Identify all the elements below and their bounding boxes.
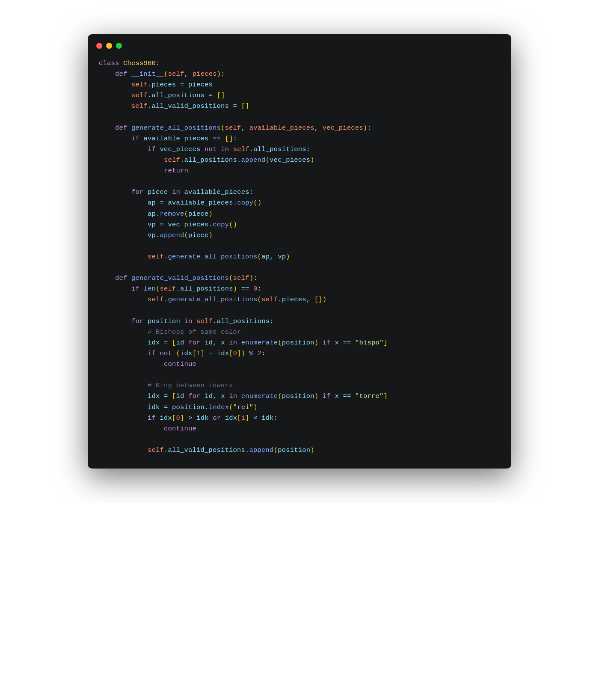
keyword-or: or	[213, 414, 221, 422]
local-vp: vp	[148, 221, 156, 228]
local-idk: idk	[148, 403, 160, 411]
method-init: __init__	[131, 70, 164, 78]
literal-bispo: "bispo"	[355, 339, 384, 347]
call-enumerate: enumerate	[241, 339, 278, 347]
class-name: Chess960	[123, 59, 156, 67]
keyword-for: for	[131, 188, 144, 196]
keyword-continue: continue	[164, 360, 196, 368]
code-window: class Chess960: def __init__(self, piece…	[88, 34, 511, 469]
literal-torre: "torre"	[355, 392, 384, 400]
call-copy: copy	[237, 199, 253, 207]
titlebar	[88, 34, 511, 49]
comment-bishops: # Bishops of same color	[148, 328, 241, 336]
literal-rei: "rei"	[233, 403, 254, 411]
param-pieces: pieces	[193, 70, 217, 78]
keyword-def: def	[115, 70, 128, 78]
local-idx: idx	[148, 339, 160, 347]
attr-all-positions: all_positions	[152, 92, 205, 99]
attr-pieces: pieces	[152, 81, 176, 89]
comment-king: # King between towers	[148, 382, 233, 389]
param-self: self	[168, 70, 184, 78]
literal-zero: 0	[253, 285, 258, 293]
local-ap: ap	[148, 199, 156, 207]
method-gen-all: generate_all_positions	[131, 124, 221, 132]
code-block: class Chess960: def __init__(self, piece…	[88, 49, 511, 469]
local-position: position	[148, 317, 180, 325]
call-remove: remove	[160, 210, 184, 218]
param-available-pieces: available_pieces	[249, 124, 314, 132]
keyword-return: return	[164, 167, 188, 175]
method-gen-valid: generate_valid_positions	[131, 274, 229, 282]
call-append: append	[241, 156, 266, 164]
call-index: index	[209, 403, 229, 411]
maximize-icon[interactable]	[116, 43, 122, 49]
attr-all-valid-positions: all_valid_positions	[152, 102, 229, 110]
close-icon[interactable]	[96, 43, 102, 49]
minimize-icon[interactable]	[106, 43, 112, 49]
param-vec-pieces: vec_pieces	[323, 124, 363, 132]
local-piece: piece	[148, 188, 168, 196]
call-len: len	[144, 285, 156, 293]
keyword-class: class	[99, 59, 119, 67]
literal-two: 2	[258, 350, 262, 357]
